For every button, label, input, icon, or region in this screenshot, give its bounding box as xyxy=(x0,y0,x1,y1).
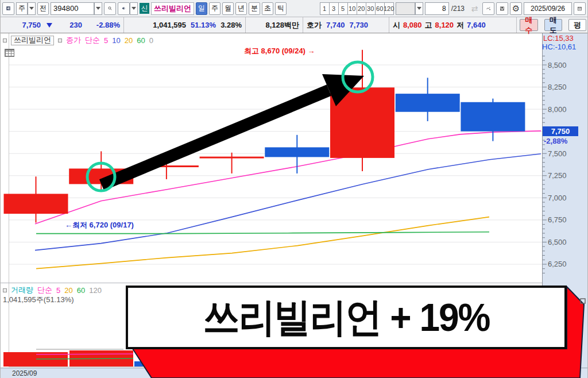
minute-1-button[interactable]: 1 xyxy=(320,2,330,15)
grid-settings-icon[interactable] xyxy=(5,49,14,57)
date-input[interactable] xyxy=(524,2,572,15)
avg-button[interactable]: 평 xyxy=(568,19,586,31)
price-pane-legend: 쓰리빌리언 종가 단순 5 10 20 60 0 xyxy=(3,35,153,45)
high-annotation: 최고 8,670 (09/24) → xyxy=(244,46,315,56)
hc-value: HC:-10,61 xyxy=(542,43,576,51)
week-dropdown-button[interactable] xyxy=(28,2,36,15)
svg-text:8,000: 8,000 xyxy=(548,105,567,114)
empty-combo xyxy=(396,2,423,15)
volume-value: 1,041,595 xyxy=(153,21,186,29)
open-price: 8,080 xyxy=(403,21,422,29)
settings-button[interactable]: ⚙ xyxy=(510,2,522,15)
legend-stock-chip[interactable]: 쓰리빌리언 xyxy=(11,36,54,45)
search-button[interactable] xyxy=(104,2,116,15)
stock-code-combo xyxy=(51,2,102,15)
legend-ma5: 5 xyxy=(104,36,108,45)
minute-120-button[interactable]: 120 xyxy=(384,2,394,15)
svg-text:8,250: 8,250 xyxy=(548,83,567,91)
low-annotation: ←최저 6,720 (09/17) xyxy=(65,220,134,230)
ask-price: 7,740 xyxy=(326,21,345,29)
toolbar-left: 주 전 신 쓰리빌리언 일 주 월 년 분 초 xyxy=(2,2,287,15)
volume-legend-simple: 단순 xyxy=(37,285,52,295)
legend-close-label: 종가 xyxy=(66,35,81,45)
hoga-label: 호가 xyxy=(307,20,322,30)
minute-3-button[interactable]: 3 xyxy=(329,2,339,15)
gear-icon: ⚙ xyxy=(512,4,520,13)
low-label: 저 xyxy=(457,20,464,30)
calendar-button[interactable] xyxy=(574,2,586,15)
sound-combo xyxy=(118,2,138,15)
save-button[interactable] xyxy=(496,2,508,15)
sell-button[interactable]: 매도 xyxy=(544,19,563,31)
legend-ma0: 0 xyxy=(149,36,153,45)
svg-text:6,500: 6,500 xyxy=(548,238,567,246)
speaker-icon xyxy=(122,4,126,13)
ohl-cell: 시 8,080 고 8,120 저 7,640 xyxy=(389,17,517,33)
legend-bullet-icon xyxy=(3,288,7,292)
panel-toggle-button[interactable] xyxy=(2,2,14,15)
high-price: 8,120 xyxy=(435,21,454,29)
current-price: 7,750 xyxy=(22,21,41,29)
svg-text:6,750: 6,750 xyxy=(548,215,567,224)
prev-stock-button[interactable]: 전 xyxy=(37,2,49,15)
tab-minute[interactable]: 분 xyxy=(249,2,260,15)
high-label: 고 xyxy=(425,20,432,30)
week-combo: 주 xyxy=(16,2,36,15)
compare-button[interactable]: ⇄ xyxy=(469,2,481,15)
tab-weekly[interactable]: 주 xyxy=(209,2,220,15)
volume-legend-value: 1,041,595주(51.13%) xyxy=(3,295,74,305)
chevron-down-icon xyxy=(417,7,421,10)
search-icon xyxy=(108,4,112,13)
window-arrow-icon xyxy=(6,4,10,13)
amount-cell: 8,128백만 xyxy=(246,17,303,33)
minute-buttons: 1 3 5 10 20 30 60 120 xyxy=(320,2,394,15)
tab-second[interactable]: 초 xyxy=(262,2,273,15)
minute-30-button[interactable]: 30 xyxy=(366,2,376,15)
empty-combo-field[interactable] xyxy=(396,2,415,15)
chevron-down-icon xyxy=(96,7,100,10)
hoga-cell: 호가 7,740 7,730 xyxy=(303,17,389,33)
tab-daily[interactable]: 일 xyxy=(196,2,207,15)
legend-bullet-icon xyxy=(3,38,7,43)
x-axis-month-label: 2025/09 xyxy=(12,369,37,377)
order-buttons-cell: 매수 매도 평 xyxy=(517,17,587,33)
legend-simple-label: 단순 xyxy=(85,35,100,45)
buy-button[interactable]: 매수 xyxy=(520,19,538,31)
price-change-pct: -2.88% xyxy=(87,21,120,29)
minute-10-button[interactable]: 10 xyxy=(347,2,357,15)
chevron-down-icon xyxy=(29,7,34,10)
current-price-marker: 7,750 xyxy=(543,126,578,136)
week-button[interactable]: 주 xyxy=(16,2,28,15)
chevron-down-icon xyxy=(131,7,136,10)
open-label: 시 xyxy=(393,20,400,30)
legend-ma10: 10 xyxy=(112,36,120,45)
tab-yearly[interactable]: 년 xyxy=(235,2,247,15)
calendar-icon xyxy=(578,5,582,13)
volume-legend-ma5: 5 xyxy=(56,286,60,295)
svg-text:7,000: 7,000 xyxy=(548,194,567,202)
volume-ratio: 51.13% xyxy=(191,21,216,29)
empty-combo-dropdown[interactable] xyxy=(415,2,423,15)
bar-count-input[interactable] xyxy=(425,2,449,15)
promo-banner: 쓰리빌리언 + 19% xyxy=(126,286,567,349)
trade-amount: 8,128백만 xyxy=(265,20,299,30)
sound-button[interactable] xyxy=(118,2,130,15)
volume-legend-title: 거래량 xyxy=(11,285,33,295)
tab-tick[interactable]: 틱 xyxy=(275,2,287,15)
minute-20-button[interactable]: 20 xyxy=(357,2,366,15)
price-cell: 7,750 230 -2.88% xyxy=(1,17,124,33)
code-dropdown-button[interactable] xyxy=(94,2,102,15)
sound-dropdown-button[interactable] xyxy=(130,2,138,15)
legend-ma60: 60 xyxy=(137,36,145,45)
swap-arrows-icon: ⇄ xyxy=(471,5,478,13)
volume-legend-ma20: 20 xyxy=(64,286,72,295)
lc-value: LC:15,33 xyxy=(543,34,574,43)
add-indicator-button[interactable] xyxy=(482,2,494,15)
low-price: 7,640 xyxy=(467,21,486,29)
main-toolbar: 주 전 신 쓰리빌리언 일 주 월 년 분 초 xyxy=(1,0,587,17)
stock-chart-window: 주 전 신 쓰리빌리언 일 주 월 년 분 초 xyxy=(0,0,588,378)
tab-monthly[interactable]: 월 xyxy=(222,2,234,15)
current-price-pct: -2,88% xyxy=(544,137,567,145)
minute-5-button[interactable]: 5 xyxy=(338,2,348,15)
stock-code-input[interactable] xyxy=(51,2,94,15)
